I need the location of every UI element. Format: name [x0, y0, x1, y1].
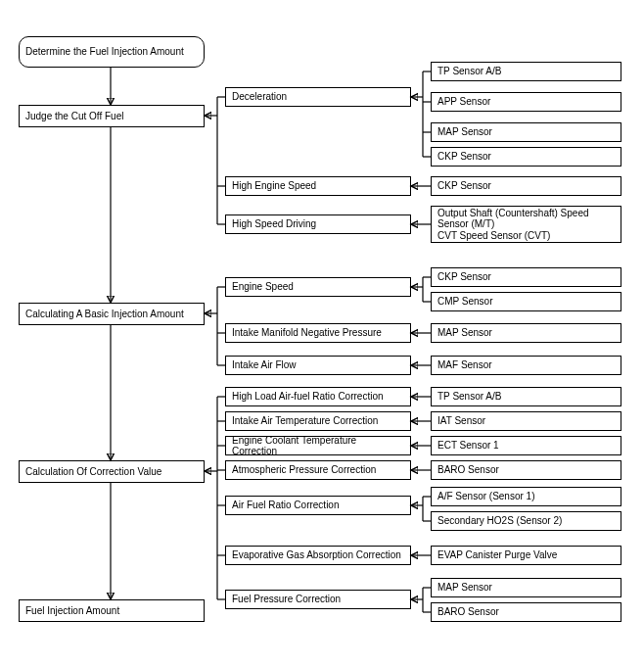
- label: High Speed Driving: [232, 218, 316, 230]
- label: CKP Sensor: [437, 151, 491, 163]
- sensor-map-3: MAP Sensor: [431, 578, 621, 597]
- label: EVAP Canister Purge Valve: [437, 549, 557, 561]
- label: Judge the Cut Off Fuel: [25, 111, 123, 122]
- sensor-ckp-2: CKP Sensor: [431, 176, 621, 196]
- mid-intake-neg: Intake Manifold Negative Pressure: [225, 323, 411, 343]
- sensor-cmp: CMP Sensor: [431, 292, 621, 311]
- label: Determine the Fuel Injection Amount: [25, 46, 184, 58]
- label: TP Sensor A/B: [437, 391, 501, 403]
- mid-af-ratio: Air Fuel Ratio Correction: [225, 496, 411, 515]
- label: IAT Sensor: [437, 415, 485, 427]
- mid-fuel-press: Fuel Pressure Correction: [225, 590, 411, 609]
- mid-coolant: Engine Coolant Temperature Correction: [225, 436, 411, 455]
- sensor-app: APP Sensor: [431, 92, 621, 112]
- label: Fuel Pressure Correction: [232, 594, 341, 605]
- sensor-tp-ab: TP Sensor A/B: [431, 62, 621, 81]
- sensor-iat: IAT Sensor: [431, 411, 621, 431]
- label: Output Shaft (Countershaft) Speed Sensor…: [437, 208, 615, 242]
- label: CKP Sensor: [437, 180, 491, 192]
- label: MAF Sensor: [437, 359, 492, 371]
- main-judge: Judge the Cut Off Fuel: [19, 105, 205, 127]
- main-correction: Calculation Of Correction Value: [19, 460, 205, 483]
- label: Fuel Injection Amount: [25, 605, 119, 617]
- label: MAP Sensor: [437, 582, 492, 594]
- label: Air Fuel Ratio Correction: [232, 500, 339, 511]
- label: MAP Sensor: [437, 126, 492, 138]
- label: TP Sensor A/B: [437, 66, 501, 77]
- mid-high-engine: High Engine Speed: [225, 176, 411, 196]
- main-result: Fuel Injection Amount: [19, 599, 205, 622]
- label: ECT Sensor 1: [437, 440, 499, 452]
- main-determine: Determine the Fuel Injection Amount: [19, 36, 205, 68]
- main-basic: Calculating A Basic Injection Amount: [19, 303, 205, 325]
- sensor-baro-2: BARO Sensor: [431, 602, 621, 622]
- label: High Engine Speed: [232, 180, 316, 192]
- label: Intake Air Temperature Correction: [232, 415, 378, 427]
- mid-high-load: High Load Air-fuel Ratio Correction: [225, 387, 411, 406]
- label: Calculation Of Correction Value: [25, 466, 161, 478]
- label: Intake Manifold Negative Pressure: [232, 327, 382, 339]
- mid-atmos: Atmospheric Pressure Correction: [225, 460, 411, 480]
- mid-engine-speed: Engine Speed: [225, 277, 411, 297]
- label: Engine Coolant Temperature Correction: [232, 435, 404, 457]
- mid-evap: Evaporative Gas Absorption Correction: [225, 546, 411, 565]
- label: A/F Sensor (Sensor 1): [437, 491, 534, 502]
- label: MAP Sensor: [437, 327, 492, 339]
- label: Engine Speed: [232, 281, 294, 293]
- sensor-output: Output Shaft (Countershaft) Speed Sensor…: [431, 206, 621, 243]
- mid-high-driving: High Speed Driving: [225, 214, 411, 234]
- sensor-baro: BARO Sensor: [431, 460, 621, 480]
- label: CMP Sensor: [437, 296, 493, 308]
- sensor-tp-ab-2: TP Sensor A/B: [431, 387, 621, 406]
- label: Evaporative Gas Absorption Correction: [232, 549, 401, 561]
- mid-decel: Deceleration: [225, 87, 411, 107]
- sensor-ect: ECT Sensor 1: [431, 436, 621, 455]
- label: High Load Air-fuel Ratio Correction: [232, 391, 384, 403]
- label: APP Sensor: [437, 96, 490, 108]
- mid-intake-air: Intake Air Flow: [225, 356, 411, 375]
- mid-intake-temp: Intake Air Temperature Correction: [225, 411, 411, 431]
- label: Secondary HO2S (Sensor 2): [437, 515, 562, 527]
- label: Deceleration: [232, 91, 287, 103]
- sensor-af: A/F Sensor (Sensor 1): [431, 487, 621, 506]
- label: BARO Sensor: [437, 464, 499, 476]
- label: Atmospheric Pressure Correction: [232, 464, 376, 476]
- sensor-evap-valve: EVAP Canister Purge Valve: [431, 546, 621, 565]
- sensor-map: MAP Sensor: [431, 122, 621, 142]
- label: Intake Air Flow: [232, 359, 297, 371]
- label: CKP Sensor: [437, 271, 491, 283]
- label: Calculating A Basic Injection Amount: [25, 309, 184, 320]
- label: BARO Sensor: [437, 606, 499, 618]
- sensor-map-2: MAP Sensor: [431, 323, 621, 343]
- sensor-ckp-3: CKP Sensor: [431, 267, 621, 287]
- sensor-maf: MAF Sensor: [431, 356, 621, 375]
- sensor-ckp: CKP Sensor: [431, 147, 621, 167]
- sensor-ho2s: Secondary HO2S (Sensor 2): [431, 511, 621, 531]
